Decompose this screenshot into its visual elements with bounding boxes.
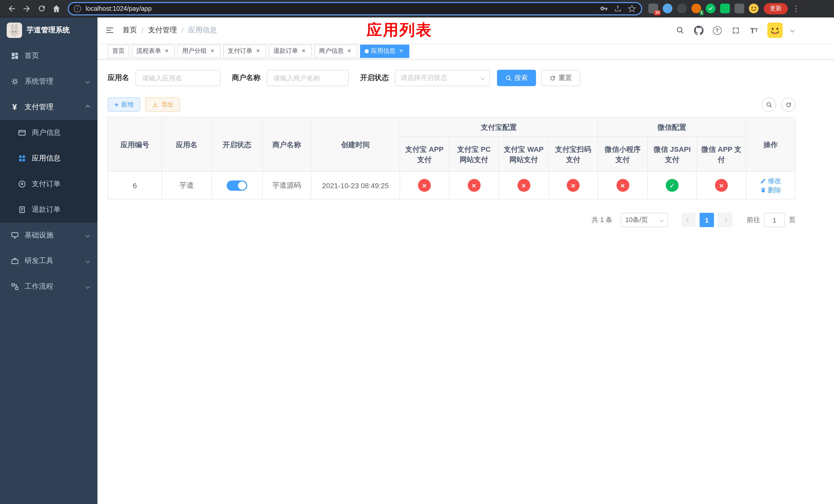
page-size-select[interactable]: 10条/页 — [621, 213, 668, 227]
browser-update-button[interactable]: 更新 — [764, 3, 788, 14]
tab-merchant-info[interactable]: 商户信息× — [314, 44, 357, 58]
avatar-caret-icon[interactable] — [790, 28, 795, 32]
sidebar-item-payment[interactable]: ¥ 支付管理 — [0, 94, 97, 120]
next-page-button[interactable] — [718, 213, 732, 227]
sidebar-item-dev-tools[interactable]: 研发工具 — [0, 248, 97, 274]
close-icon[interactable]: × — [397, 47, 405, 54]
prev-page-button[interactable] — [681, 213, 696, 227]
plus-icon: + — [114, 101, 118, 108]
page-size-value: 10条/页 — [625, 215, 648, 225]
extension-badge: 10 — [654, 10, 661, 15]
goto-page-input[interactable] — [764, 213, 785, 227]
search-submit-button[interactable]: 搜索 — [497, 70, 536, 86]
delete-button[interactable]: 删除 — [760, 185, 781, 194]
search-icon — [676, 26, 685, 35]
browser-home-button[interactable] — [50, 2, 63, 15]
browser-back-button[interactable] — [5, 2, 19, 15]
trash-icon — [760, 187, 766, 193]
tab-app-info-active[interactable]: 应用信息× — [360, 44, 409, 58]
column-group-wechat: 微信配置 — [598, 117, 746, 137]
sidebar-item-home[interactable]: 首页 — [0, 43, 97, 69]
edit-button[interactable]: 修改 — [760, 176, 781, 185]
search-button[interactable] — [675, 25, 685, 36]
tab-user-group[interactable]: 用户分组× — [177, 44, 221, 58]
browser-address-bar[interactable]: i localhost:1024/pay/app — [68, 2, 642, 15]
sidebar-toggle-button[interactable] — [105, 26, 114, 35]
close-icon[interactable]: × — [255, 47, 262, 54]
extensions-puzzle-icon[interactable] — [734, 4, 744, 13]
refresh-table-button[interactable] — [781, 97, 795, 112]
close-icon[interactable]: × — [209, 47, 216, 54]
browser-refresh-button[interactable] — [35, 2, 48, 15]
app-name-input[interactable] — [136, 70, 220, 86]
help-button[interactable]: ? — [712, 25, 722, 36]
browser-menu-button[interactable]: ⋮ — [792, 4, 800, 13]
page-1-button[interactable]: 1 — [700, 213, 714, 227]
sidebar-item-merchant-info[interactable]: 商户信息 — [0, 120, 97, 145]
extension-icon-green-check[interactable] — [706, 4, 716, 13]
sidebar-item-system[interactable]: 系统管理 — [0, 69, 97, 94]
cell-actions: 修改 删除 — [746, 171, 795, 199]
search-icon — [505, 75, 512, 81]
password-key-icon[interactable] — [600, 5, 608, 12]
extension-icon-orange[interactable]: 1 — [692, 4, 701, 13]
tab-home[interactable]: 首页 — [108, 44, 129, 58]
profile-avatar-icon[interactable] — [749, 4, 759, 13]
tab-label: 流程表单 — [136, 47, 161, 55]
info-icon[interactable]: i — [74, 5, 81, 12]
tab-label: 用户分组 — [182, 47, 207, 55]
status-select[interactable]: 请选择开启状态 — [395, 70, 490, 86]
sidebar-item-label: 基础设施 — [25, 231, 53, 240]
reset-button[interactable]: 重置 — [541, 70, 580, 86]
close-icon[interactable]: × — [346, 47, 353, 54]
app-logo[interactable]: 芋道管理系统 — [0, 18, 97, 43]
tab-label: 首页 — [112, 47, 125, 55]
breadcrumb-home[interactable]: 首页 — [123, 26, 137, 35]
column-header-wechat-jsapi: 微信 JSAPI 支付 — [648, 137, 697, 171]
chevron-left-icon — [686, 218, 690, 222]
column-header-name: 应用名 — [162, 117, 212, 171]
search-icon — [766, 101, 772, 108]
tab-payment-orders[interactable]: 支付订单× — [223, 44, 266, 58]
tab-refund-orders[interactable]: 退款订单× — [269, 44, 312, 58]
page-title: 应用列表 — [367, 20, 432, 41]
sidebar-item-workflow[interactable]: 工作流程 — [0, 274, 97, 299]
sidebar-item-infrastructure[interactable]: 基础设施 — [0, 223, 97, 248]
status-cross-icon: × — [517, 179, 530, 192]
font-size-button[interactable]: TT — [749, 25, 759, 36]
sidebar-item-payment-orders[interactable]: 支付订单 — [0, 171, 97, 197]
gear-icon — [10, 77, 19, 86]
extension-icon-green-square[interactable] — [720, 4, 730, 13]
tab-process-form[interactable]: 流程表单× — [132, 44, 175, 58]
browser-toolbar: i localhost:1024/pay/app 10 1 更新 ⋮ — [0, 0, 834, 18]
bookmark-star-icon[interactable] — [628, 4, 636, 13]
breadcrumb-separator: / — [181, 26, 184, 35]
extension-icon-adblock[interactable]: 10 — [648, 4, 658, 13]
fullscreen-button[interactable] — [730, 25, 741, 36]
tags-view: 首页 流程表单× 用户分组× 支付订单× 退款订单× 商户信息× 应用信息× — [97, 43, 834, 60]
payment-submenu: 商户信息 应用信息 支付订单 退款订单 — [0, 120, 97, 223]
chevron-down-icon — [660, 218, 664, 222]
close-icon[interactable]: × — [300, 47, 307, 54]
sidebar-item-label: 研发工具 — [25, 256, 53, 266]
tab-label: 支付订单 — [228, 47, 253, 55]
extension-icon-dark[interactable] — [677, 4, 687, 13]
share-icon[interactable] — [614, 5, 622, 12]
breadcrumb-payment[interactable]: 支付管理 — [148, 26, 177, 35]
extension-icon-blue[interactable] — [663, 4, 673, 13]
status-toggle[interactable] — [227, 180, 247, 190]
merchant-name-input[interactable] — [267, 70, 348, 86]
monitor-icon — [10, 231, 19, 240]
column-group-alipay: 支付宝配置 — [400, 117, 598, 137]
sidebar-item-app-info[interactable]: 应用信息 — [0, 145, 97, 171]
sidebar-item-refund-orders[interactable]: 退款订单 — [0, 197, 97, 223]
export-button[interactable]: 导出 — [145, 97, 180, 112]
close-icon[interactable]: × — [163, 47, 170, 54]
url-text[interactable]: localhost:1024/pay/app — [86, 5, 600, 12]
user-avatar[interactable] — [767, 23, 783, 38]
browser-forward-button[interactable] — [20, 2, 33, 15]
add-button[interactable]: + 新增 — [108, 97, 140, 112]
refresh-icon — [37, 4, 46, 13]
toggle-search-button[interactable] — [762, 97, 776, 112]
github-button[interactable] — [694, 25, 704, 36]
